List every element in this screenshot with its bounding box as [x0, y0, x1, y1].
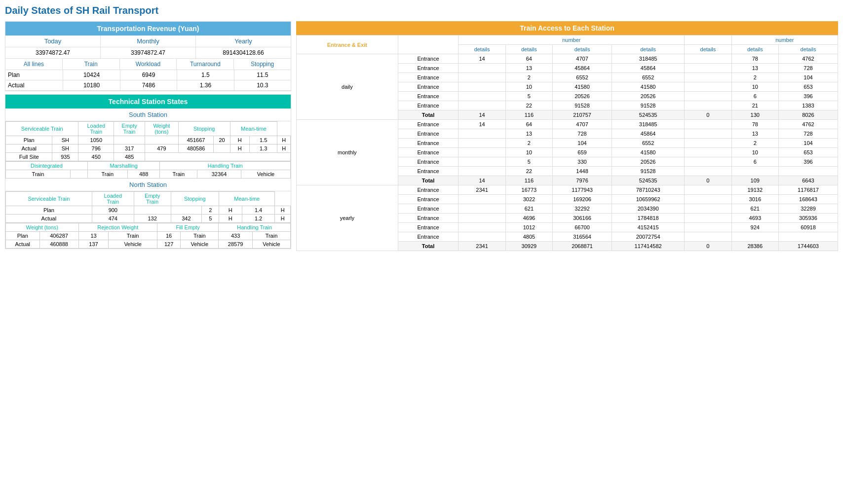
cell-daily-1-c3: 45864	[553, 64, 612, 73]
nb-actual-rejection: 137	[78, 240, 109, 249]
cell-daily-1-c7: 728	[778, 64, 838, 73]
cell-daily-6-c4: 524535	[612, 110, 685, 120]
cell-yearly-3-c1	[459, 214, 505, 223]
cell-daily-3-type: Entrance	[398, 82, 459, 92]
cell-yearly-4-c5	[685, 223, 731, 232]
nb-plan-train1: Train	[109, 232, 157, 240]
cell-monthly-5-type: Entrance	[398, 167, 459, 176]
north-actual-h1: H	[219, 215, 242, 223]
cell-daily-3-c2: 10	[505, 82, 552, 92]
north-h-load: LoadedTrain	[92, 192, 134, 206]
cell-yearly-6-c6: 28386	[731, 242, 778, 251]
south-plan-h2: H	[277, 136, 291, 144]
cell-monthly-6-c5: 0	[685, 176, 731, 185]
south-h-empty: EmptyTrain	[114, 122, 145, 136]
cell-yearly-6-c3: 2068871	[553, 242, 612, 251]
marsh-header: Marshalling	[87, 162, 160, 170]
cell-monthly-2-c6: 2	[731, 139, 778, 148]
south-plan-row: Plan SH 1050 451667 20 H 1.5 H	[6, 136, 291, 144]
det6: details	[731, 45, 778, 54]
cell-daily-5-c3: 91528	[553, 101, 612, 110]
cell-monthly-2-type: Entrance	[398, 139, 459, 148]
number-label-2: number	[731, 36, 838, 45]
north-actual-row: Actual 474 132 342 5 H 1.2 H	[6, 215, 291, 223]
north-h-serv: Serviceable Train	[6, 192, 92, 206]
north-plan-row: Plan 900 2 H 1.4 H	[6, 206, 291, 215]
cell-yearly-3-c3: 306166	[553, 214, 612, 223]
metrics-header: All lines Train Workload Turnaround Stop…	[5, 59, 291, 70]
det5: details	[685, 45, 731, 54]
cell-daily-2-c2: 2	[505, 73, 552, 82]
south-h-mean: Mean-time	[230, 122, 277, 136]
cell-yearly-6-c2: 30929	[505, 242, 552, 251]
nb-plan-train3: Train	[252, 232, 290, 240]
north-plan-h2: H	[275, 206, 291, 215]
north-actual-label: Actual	[6, 215, 92, 223]
cell-yearly-4-c1	[459, 223, 505, 232]
cell-daily-3-c5	[685, 82, 731, 92]
nb-actual-handling: 28579	[219, 240, 253, 249]
cell-monthly-2-c3: 104	[553, 139, 612, 148]
cell-yearly-5-c1	[459, 232, 505, 242]
south-h-weight: Weight(tons)	[145, 122, 179, 136]
period-label-monthly: monthly	[297, 120, 398, 185]
marsh-train-val: 488	[127, 170, 160, 179]
actual-stopping: 10.3	[234, 80, 291, 90]
empty-mid	[685, 36, 731, 45]
north-plan-loaded	[134, 206, 171, 215]
south-station-name: South Station	[5, 108, 291, 121]
north-actual-h2: H	[275, 215, 291, 223]
cell-daily-6-c7: 8026	[778, 110, 838, 120]
actual-label: Actual	[5, 80, 63, 90]
value-monthly: 33974872.47	[101, 47, 196, 58]
south-plan-loaded	[114, 136, 145, 144]
cell-yearly-1-c3: 169206	[553, 195, 612, 204]
plan-workload: 1.5	[177, 70, 234, 80]
cell-yearly-3-c6: 4693	[731, 214, 778, 223]
cell-yearly-0-c4: 78710243	[612, 185, 685, 195]
cell-yearly-3-c5	[685, 214, 731, 223]
cell-monthly-4-c4: 20526	[612, 157, 685, 167]
period-label-daily: daily	[297, 54, 398, 120]
cell-monthly-0-c1: 14	[459, 120, 505, 129]
det4: details	[612, 45, 685, 54]
cell-daily-4-type: Entrance	[398, 92, 459, 101]
cell-yearly-5-c7	[778, 232, 838, 242]
cell-monthly-3-type: Entrance	[398, 148, 459, 157]
cell-daily-5-c4: 91528	[612, 101, 685, 110]
cell-yearly-4-c6: 924	[731, 223, 778, 232]
cell-daily-2-c3: 6552	[553, 73, 612, 82]
cell-daily-1-c1	[459, 64, 505, 73]
cell-daily-4-c4: 20526	[612, 92, 685, 101]
cell-monthly-2-c5	[685, 139, 731, 148]
south-plan-serv: 1050	[78, 136, 114, 144]
cell-yearly-2-c2: 621	[505, 204, 552, 214]
cell-monthly-5-c5	[685, 167, 731, 176]
south-plan-stopping: 20	[214, 136, 230, 144]
cell-daily-5-c2: 22	[505, 101, 552, 110]
train-access-header: Train Access to Each Station	[296, 21, 838, 35]
cell-daily-6-c3: 210757	[553, 110, 612, 120]
cell-yearly-2-c6: 621	[731, 204, 778, 214]
south-plan-mean: 1.5	[249, 136, 277, 144]
cell-daily-3-c6: 10	[731, 82, 778, 92]
cell-yearly-6-c5: 0	[685, 242, 731, 251]
north-actual-empty: 342	[171, 215, 202, 223]
cell-monthly-1-c7: 728	[778, 129, 838, 139]
cell-monthly-1-c5	[685, 129, 731, 139]
cell-monthly-6-c2: 116	[505, 176, 552, 185]
revenue-periods: Today Monthly Yearly	[5, 36, 291, 47]
south-plan-sh: SH	[52, 136, 78, 144]
marsh-train-label: Train	[87, 170, 127, 179]
south-actual-label: Actual	[6, 144, 52, 153]
north-rejection-header: Rejection Weight	[78, 223, 157, 232]
north-bottom-table: Weight (tons) Rejection Weight Fill Empt…	[5, 223, 291, 249]
cell-daily-3-c4: 41580	[612, 82, 685, 92]
cell-monthly-6-c1: 14	[459, 176, 505, 185]
south-fullsite-loaded: 450	[78, 153, 114, 161]
cell-daily-3-c3: 41580	[553, 82, 612, 92]
north-bottom-actual-row: Actual 460888 137 Vehicle 127 Vehicle 28…	[6, 240, 291, 249]
cell-yearly-0-c1: 2341	[459, 185, 505, 195]
cell-yearly-0-c3: 1177943	[553, 185, 612, 195]
cell-daily-6-c2: 116	[505, 110, 552, 120]
